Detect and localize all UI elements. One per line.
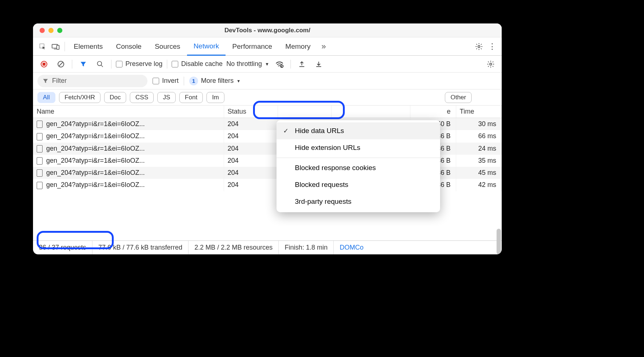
cell-status: 204 [224, 155, 278, 167]
chevron-down-icon: ▼ [265, 62, 269, 67]
cell-status: 204 [224, 167, 278, 179]
preserve-log-label: Preserve log [125, 60, 162, 67]
close-window-button[interactable] [40, 28, 45, 33]
cell-time: 35 ms [456, 155, 501, 167]
popup-blocked-requests[interactable]: Blocked requests [277, 176, 440, 193]
cell-status: 204 [224, 179, 278, 191]
col-status[interactable]: Status [224, 106, 278, 118]
status-domcontentloaded[interactable]: DOMCo [334, 241, 369, 254]
col-size[interactable]: e [410, 106, 456, 118]
col-time[interactable]: Time [456, 106, 501, 118]
clear-button[interactable] [54, 58, 67, 71]
more-tabs-icon[interactable]: » [317, 40, 330, 53]
zoom-window-button[interactable] [57, 28, 62, 33]
chip-fetchxhr[interactable]: Fetch/XHR [59, 92, 100, 103]
cell-time: 42 ms [456, 179, 501, 191]
status-requests: 36 / 37 requests [33, 241, 92, 254]
document-icon [37, 145, 43, 152]
status-transferred: 77.6 kB / 77.6 kB transferred [92, 241, 189, 254]
network-settings-icon[interactable] [484, 58, 497, 71]
svg-point-3 [478, 45, 480, 48]
popup-divider [277, 158, 440, 158]
cell-name: gen_204?atyp=i&r=1&ei=6IoOZ... [33, 179, 224, 191]
download-har-icon[interactable] [312, 58, 325, 71]
panel-tabs: Elements Console Sources Network Perform… [33, 37, 502, 56]
cell-time: 24 ms [456, 143, 501, 155]
cell-time: 45 ms [456, 167, 501, 179]
search-icon[interactable] [94, 58, 107, 71]
record-button[interactable] [37, 58, 51, 71]
popup-hide-data-urls[interactable]: Hide data URLs [277, 122, 440, 139]
svg-point-9 [490, 63, 492, 65]
svg-rect-2 [57, 45, 59, 49]
svg-point-7 [98, 61, 102, 66]
preserve-log-checkbox[interactable]: Preserve log [116, 60, 162, 68]
chip-js[interactable]: JS [157, 92, 176, 103]
throttling-select[interactable]: No throttling ▼ [226, 60, 269, 68]
minimize-window-button[interactable] [48, 28, 54, 33]
type-filter-chips: All Fetch/XHR Doc CSS JS Font Im Other [33, 89, 502, 106]
invert-label: Invert [162, 77, 179, 84]
tab-sources[interactable]: Sources [148, 37, 187, 55]
funnel-icon [43, 78, 48, 84]
more-filters-label: More filters [201, 77, 234, 85]
cell-name: gen_204?atyp=i&r=1&ei=6IoOZ... [33, 118, 224, 130]
traffic-lights [33, 28, 62, 33]
chip-doc[interactable]: Doc [104, 92, 126, 103]
chevron-down-icon: ▼ [237, 79, 241, 83]
cell-name: gen_204?atyp=i&r=1&ei=6IoOZ... [33, 167, 224, 179]
chip-all[interactable]: All [37, 92, 55, 103]
document-icon [37, 133, 43, 140]
cell-name: gen_204?atyp=i&r=1&ei=6IoOZ... [33, 155, 224, 167]
popup-hide-extension-urls[interactable]: Hide extension URLs [277, 139, 440, 156]
titlebar: DevTools - www.google.com/ [33, 23, 502, 37]
status-finish: Finish: 1.8 min [279, 241, 334, 254]
cell-time: 66 ms [456, 130, 501, 142]
filter-toggle-icon[interactable] [77, 58, 90, 71]
popup-blocked-cookies[interactable]: Blocked response cookies [277, 159, 440, 176]
invert-checkbox[interactable]: Invert [153, 77, 179, 85]
disable-cache-checkbox[interactable]: Disable cache [172, 60, 223, 68]
cell-name: gen_204?atyp=i&r=1&ei=6IoOZ... [33, 130, 224, 142]
filter-bar: Filter Invert 1 More filters ▼ [33, 73, 502, 89]
cell-status: 204 [224, 130, 278, 142]
tab-memory[interactable]: Memory [279, 37, 317, 55]
kebab-menu-icon[interactable]: ⋮ [486, 40, 499, 53]
status-bar: 36 / 37 requests 77.6 kB / 77.6 kB trans… [33, 240, 502, 254]
svg-rect-5 [43, 63, 45, 66]
throttling-label: No throttling [226, 60, 262, 68]
chip-other[interactable]: Other [445, 92, 472, 103]
chip-font[interactable]: Font [179, 92, 203, 103]
filter-count-badge: 1 [189, 77, 198, 85]
tab-performance[interactable]: Performance [226, 37, 279, 55]
filter-input[interactable]: Filter [37, 75, 147, 87]
tab-console[interactable]: Console [109, 37, 148, 55]
devtools-window: DevTools - www.google.com/ Elements Cons… [33, 23, 502, 254]
window-title: DevTools - www.google.com/ [33, 27, 502, 34]
disable-cache-label: Disable cache [181, 60, 223, 67]
col-name[interactable]: Name [33, 106, 224, 118]
upload-har-icon[interactable] [295, 58, 308, 71]
chip-css[interactable]: CSS [130, 92, 154, 103]
more-filters-popup: Hide data URLs Hide extension URLs Block… [277, 120, 440, 212]
cell-status: 204 [224, 143, 278, 155]
document-icon [37, 182, 43, 189]
cell-name: gen_204?atyp=i&r=1&ei=6IoOZ... [33, 143, 224, 155]
network-conditions-icon[interactable] [273, 58, 286, 71]
device-toolbar-icon[interactable] [49, 40, 62, 53]
settings-icon[interactable] [472, 40, 486, 53]
cell-time: 30 ms [456, 118, 501, 130]
popup-3rd-party[interactable]: 3rd-party requests [277, 193, 440, 210]
col-initiator[interactable] [332, 106, 410, 118]
scrollbar-thumb[interactable] [497, 229, 501, 254]
status-resources: 2.2 MB / 2.2 MB resources [189, 241, 279, 254]
network-toolbar: Preserve log Disable cache No throttling… [33, 56, 502, 73]
tab-network[interactable]: Network [187, 38, 226, 56]
more-filters-dropdown[interactable]: 1 More filters ▼ [189, 77, 241, 85]
cell-status: 204 [224, 118, 278, 130]
col-type[interactable] [278, 106, 332, 118]
inspect-element-icon[interactable] [36, 40, 49, 53]
chip-img[interactable]: Im [206, 92, 224, 103]
tab-elements[interactable]: Elements [67, 37, 109, 55]
filter-placeholder: Filter [52, 77, 67, 85]
